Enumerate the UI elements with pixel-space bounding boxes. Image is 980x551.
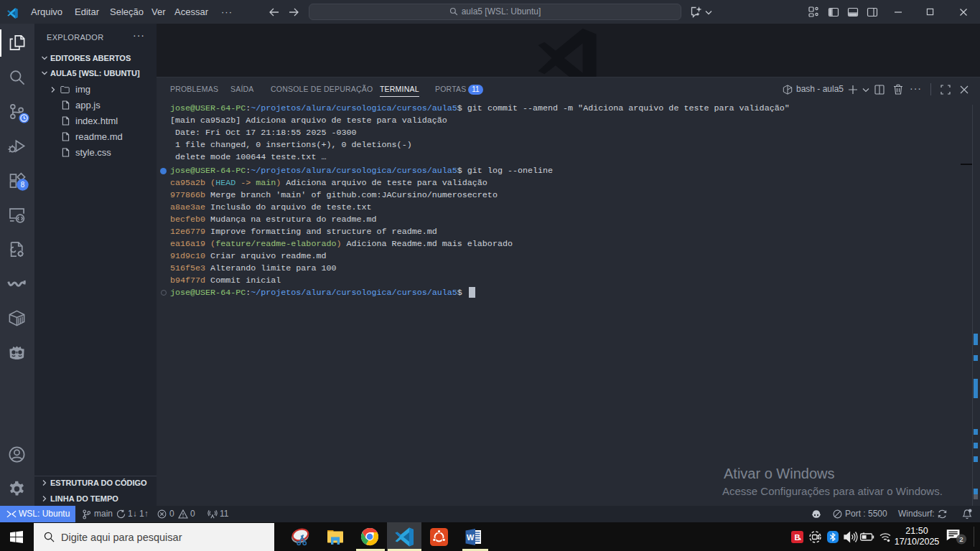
svg-text:8: 8 (21, 181, 25, 189)
svg-text:W: W (467, 532, 475, 541)
svg-text:2: 2 (959, 535, 963, 543)
svg-text:B: B (794, 532, 800, 541)
